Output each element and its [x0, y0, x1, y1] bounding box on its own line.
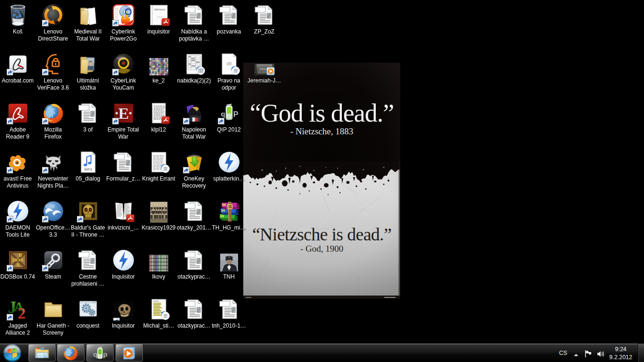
svg-text:MP3: MP3: [84, 167, 92, 172]
svg-text:S: S: [20, 257, 23, 263]
svg-text:q: q: [93, 350, 97, 358]
svg-text:P: P: [233, 110, 238, 118]
svg-text:X: X: [16, 262, 20, 268]
svg-text:2: 2: [17, 304, 25, 321]
svg-text:E: E: [118, 105, 129, 122]
svg-text:p: p: [103, 350, 107, 358]
svg-text:Inkvizitor: Inkvizitor: [154, 8, 165, 11]
svg-text:q: q: [221, 110, 225, 118]
